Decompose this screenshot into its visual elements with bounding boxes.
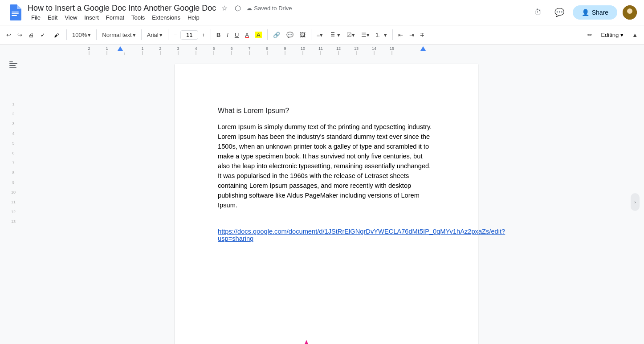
redo-button[interactable]: ↪ [15, 30, 25, 40]
comments-button[interactable]: 💬 [551, 4, 567, 20]
avatar[interactable] [623, 5, 637, 20]
svg-rect-54 [9, 67, 16, 68]
editing-mode-dropdown-icon: ▾ [620, 32, 624, 38]
svg-rect-53 [9, 65, 16, 66]
zoom-value: 100% [72, 32, 87, 38]
checklist-button[interactable]: ☑▾ [344, 30, 358, 40]
svg-rect-52 [9, 63, 17, 64]
italic-button[interactable]: I [224, 30, 231, 40]
align-button[interactable]: ≡▾ [314, 30, 326, 40]
share-icon: 👤 [582, 9, 589, 16]
svg-marker-56 [301, 340, 312, 344]
svg-text:10: 10 [301, 46, 305, 51]
comment-button[interactable]: 💬 [284, 30, 296, 40]
svg-text:13: 13 [354, 46, 359, 51]
print-button[interactable]: 🖨 [26, 30, 37, 40]
collapse-toolbar-button[interactable]: ▲ [629, 30, 640, 40]
header-right: ⏱ 💬 👤 Share [530, 4, 637, 20]
doc-title-text[interactable]: How to Insert a Google Doc Into Another … [28, 4, 216, 13]
underline-button[interactable]: U [232, 30, 241, 40]
font-value: Arial [147, 32, 159, 38]
doc-area[interactable]: What is Lorem Ipsum? Lorem Ipsum is simp… [27, 55, 626, 344]
editing-mode-button[interactable]: Editing ▾ [597, 29, 628, 40]
menu-insert[interactable]: Insert [81, 13, 102, 22]
text-style-selector[interactable]: Normal text ▾ [99, 30, 138, 40]
svg-text:12: 12 [336, 46, 341, 51]
svg-text:✓: ✓ [41, 32, 45, 38]
paint-format-button[interactable]: 🖌 [51, 29, 64, 40]
svg-text:8: 8 [266, 46, 268, 51]
font-dropdown-icon: ▾ [159, 32, 163, 38]
clear-formatting-button[interactable]: T̶ [418, 30, 427, 40]
text-style-dropdown-icon: ▾ [133, 32, 136, 38]
menu-view[interactable]: View [61, 13, 81, 22]
annotation-svg [175, 322, 478, 344]
ruler: 2 1 1 2 3 4 5 6 7 8 9 10 11 12 13 14 15 [0, 45, 644, 55]
highlight-button[interactable]: A [253, 30, 265, 40]
doc-page: What is Lorem Ipsum? Lorem Ipsum is simp… [175, 64, 478, 344]
image-button[interactable]: 🖼 [297, 30, 308, 40]
zoom-selector[interactable]: 100% ▾ [69, 30, 94, 40]
toolbar-right: ✏ Editing ▾ ▲ [585, 29, 640, 40]
decrease-indent-button[interactable]: ⇤ [395, 30, 406, 40]
history-button[interactable]: ⏱ [530, 4, 546, 20]
svg-rect-51 [9, 61, 13, 62]
svg-text:🖌: 🖌 [54, 32, 59, 38]
divider-5 [211, 29, 211, 40]
increase-font-button[interactable]: + [199, 30, 208, 40]
font-color-button[interactable]: A [242, 30, 252, 40]
divider-1 [66, 29, 67, 40]
menu-bar: File Edit View Insert Format Tools Exten… [28, 13, 526, 22]
menu-edit[interactable]: Edit [44, 13, 61, 22]
bold-button[interactable]: B [214, 30, 223, 40]
share-button[interactable]: 👤 Share [573, 5, 617, 20]
svg-text:4: 4 [195, 46, 197, 51]
svg-text:6: 6 [230, 46, 232, 51]
svg-point-5 [627, 8, 632, 14]
doc-body: Lorem Ipsum is simply dummy text of the … [218, 122, 435, 210]
editing-mode-label: Editing [601, 32, 619, 38]
numbered-list-button[interactable]: 1.▾ [373, 29, 390, 40]
menu-file[interactable]: File [28, 13, 44, 22]
saved-text: Saved to Drive [254, 5, 292, 12]
ruler-svg: 2 1 1 2 3 4 5 6 7 8 9 10 11 12 13 14 15 [0, 45, 644, 55]
right-sidebar: › [626, 55, 644, 344]
decrease-font-button[interactable]: − [171, 30, 180, 40]
divider-6 [267, 29, 268, 40]
font-selector[interactable]: Arial ▾ [144, 30, 165, 40]
link-button[interactable]: 🔗 [270, 30, 283, 40]
left-sidebar: 12345 678910 111213 [0, 55, 27, 344]
divider-3 [141, 29, 142, 40]
share-label: Share [592, 9, 608, 16]
line-spacing-button[interactable]: ▾ [326, 29, 343, 40]
menu-help[interactable]: Help [184, 13, 203, 22]
text-style-value: Normal text [102, 32, 131, 38]
main-area: 12345 678910 111213 What is Lorem Ipsum?… [0, 55, 644, 344]
menu-extensions[interactable]: Extensions [148, 13, 184, 22]
star-button[interactable]: ☆ [220, 3, 229, 13]
spellcheck-button[interactable]: ✓ [38, 29, 50, 40]
menu-format[interactable]: Format [102, 13, 128, 22]
svg-text:15: 15 [390, 46, 394, 51]
drive-button[interactable]: ⬡ [233, 3, 243, 13]
title-area: How to Insert a Google Doc Into Another … [28, 3, 526, 22]
doc-heading: What is Lorem Ipsum? [218, 107, 435, 115]
title-icons: ☆ ⬡ ☁ Saved to Drive [220, 3, 292, 13]
vertical-ruler: 12345 678910 111213 [11, 102, 16, 224]
bullet-list-button[interactable]: ☰▾ [359, 30, 372, 40]
svg-text:2: 2 [88, 46, 90, 51]
undo-button[interactable]: ↩ [4, 30, 14, 40]
increase-indent-button[interactable]: ⇥ [407, 30, 417, 40]
expand-panel-button[interactable]: › [631, 193, 640, 211]
menu-tools[interactable]: Tools [128, 13, 148, 22]
outline-icon[interactable] [8, 60, 18, 72]
divider-7 [311, 29, 311, 40]
doc-link[interactable]: https://docs.google.com/document/d/1JStR… [218, 228, 435, 242]
divider-8 [392, 29, 393, 40]
zoom-dropdown-icon: ▾ [88, 32, 91, 38]
svg-text:1: 1 [141, 46, 143, 51]
svg-text:9: 9 [284, 46, 286, 51]
annotation-area: Press Ctrl + V to paste the link and the… [175, 322, 478, 344]
font-size-input[interactable]: 11 [180, 30, 198, 40]
title-bar: How to Insert a Google Doc Into Another … [0, 0, 644, 25]
